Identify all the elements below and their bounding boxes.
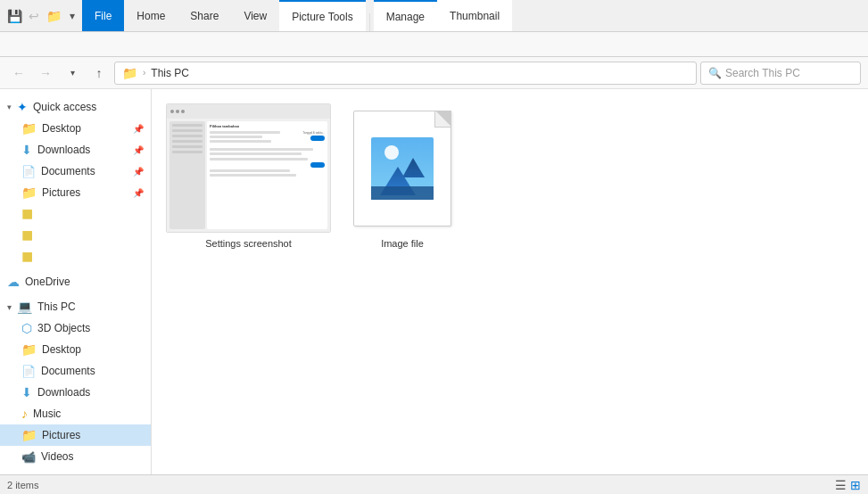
dropdown-button[interactable]: ▾: [61, 62, 84, 85]
this-pc-section: ▾ 💻 This PC ⬡ 3D Objects 📁 Desktop 📄 Doc…: [0, 296, 151, 467]
screenshot-label: Settings screenshot: [205, 238, 292, 249]
pictures-quick-label: Pictures: [42, 186, 80, 199]
cloud-icon: ☁: [7, 275, 20, 289]
tab-home[interactable]: Home: [124, 0, 178, 31]
dot3: [181, 110, 185, 113]
dot2: [176, 110, 179, 113]
sidebar-item-music[interactable]: ♪ Music: [0, 403, 151, 424]
expand-icon: ▾: [7, 103, 12, 111]
forward-button[interactable]: →: [34, 62, 57, 85]
content-area: Pilihan tambahan Tanggal & waktu...: [152, 89, 868, 494]
onedrive-label: OneDrive: [25, 276, 70, 288]
this-pc-expand-icon: ▾: [7, 302, 12, 312]
videos-label: Videos: [41, 450, 73, 463]
3d-objects-label: 3D Objects: [37, 322, 90, 334]
sidebar-extra-3[interactable]: ■: [0, 246, 151, 268]
extra-folder-1-icon: ■: [21, 204, 33, 224]
ribbon: [0, 32, 868, 57]
sidebar-item-downloads[interactable]: ⬇ Downloads 📌: [0, 139, 151, 161]
screenshot-main-mini: Pilihan tambahan Tanggal & waktu...: [207, 121, 327, 229]
documents-label: Documents: [41, 165, 95, 177]
tab-view[interactable]: View: [231, 0, 279, 31]
screenshot-header: [167, 104, 330, 119]
pc-icon: 💻: [17, 300, 32, 314]
tab-picture-tools[interactable]: Picture Tools: [279, 0, 365, 31]
tab-share[interactable]: Share: [178, 0, 231, 31]
3d-objects-icon: ⬡: [21, 321, 32, 335]
svg-rect-4: [371, 186, 434, 200]
sidebar-item-onedrive[interactable]: ☁ OneDrive: [0, 271, 151, 292]
sidebar-item-downloads-pc[interactable]: ⬇ Downloads: [0, 382, 151, 403]
screenshot-thumbnail: Pilihan tambahan Tanggal & waktu...: [166, 103, 331, 233]
search-placeholder: Search This PC: [725, 67, 800, 79]
quick-access-arrow[interactable]: ▾: [70, 10, 75, 22]
search-icon: 🔍: [708, 67, 722, 79]
undo-icon[interactable]: ↩: [27, 9, 41, 23]
address-bar[interactable]: 📁 › This PC: [114, 62, 697, 85]
address-folder-icon: 📁: [122, 66, 137, 80]
pin-icon-downloads: 📌: [133, 145, 144, 155]
tab-manage[interactable]: Manage: [374, 0, 437, 31]
status-bar: 2 items ☰ ⊞: [0, 474, 868, 494]
search-bar[interactable]: 🔍 Search This PC: [700, 62, 861, 85]
sidebar-item-3d-objects[interactable]: ⬡ 3D Objects: [0, 317, 151, 339]
file-corner: [434, 111, 451, 128]
tile-view-icon[interactable]: ⊞: [850, 478, 861, 492]
title-bar: 💾 ↩ 📁 ▾ File Home Share View Picture Too…: [0, 0, 868, 32]
sidebar-item-documents[interactable]: 📄 Documents 📌: [0, 161, 151, 182]
pin-icon-pictures: 📌: [133, 188, 144, 198]
sidebar-item-videos[interactable]: 📹 Videos: [0, 446, 151, 467]
folder-icon[interactable]: 📁: [46, 9, 61, 23]
pictures-icon: 📁: [21, 428, 37, 442]
tab-thumbnail[interactable]: Thumbnail: [437, 0, 512, 31]
save-icon[interactable]: 💾: [7, 9, 21, 23]
music-icon: ♪: [21, 407, 28, 421]
downloads-label: Downloads: [37, 144, 90, 156]
downloads-pc-icon: ⬇: [21, 385, 32, 399]
back-button[interactable]: ←: [7, 62, 30, 85]
main-layout: ▾ ✦ Quick access 📁 Desktop 📌 ⬇ Downloads…: [0, 89, 868, 494]
sidebar: ▾ ✦ Quick access 📁 Desktop 📌 ⬇ Downloads…: [0, 89, 152, 494]
sidebar-item-pictures-quick[interactable]: 📁 Pictures 📌: [0, 182, 151, 203]
file-item-image[interactable]: Image file: [349, 103, 456, 249]
this-pc-label: This PC: [37, 301, 76, 313]
title-bar-icons: 💾 ↩ 📁 ▾: [7, 9, 75, 23]
sidebar-extra-1[interactable]: ■: [0, 203, 151, 225]
music-label: Music: [33, 408, 61, 420]
dot1: [170, 110, 174, 113]
star-icon: ✦: [17, 100, 28, 114]
status-right: ☰ ⊞: [835, 478, 861, 492]
downloads-pc-label: Downloads: [37, 386, 90, 399]
desktop-pc-icon: 📁: [21, 342, 37, 357]
sidebar-item-quick-access[interactable]: ▾ ✦ Quick access: [0, 96, 151, 118]
pictures-quick-icon: 📁: [21, 185, 37, 200]
pictures-label: Pictures: [42, 429, 80, 441]
screenshot-body: Pilihan tambahan Tanggal & waktu...: [167, 119, 330, 232]
nav-bar: ← → ▾ ↑ 📁 › This PC 🔍 Search This PC: [0, 57, 868, 89]
sidebar-item-this-pc[interactable]: ▾ 💻 This PC: [0, 296, 151, 317]
videos-icon: 📹: [21, 450, 36, 464]
sidebar-item-desktop-pc[interactable]: 📁 Desktop: [0, 339, 151, 360]
pin-icon-documents: 📌: [133, 167, 144, 177]
svg-point-1: [384, 145, 399, 160]
up-button[interactable]: ↑: [87, 62, 111, 85]
tab-file[interactable]: File: [82, 0, 124, 31]
desktop-pc-label: Desktop: [42, 343, 81, 356]
sidebar-item-documents-pc[interactable]: 📄 Documents: [0, 360, 151, 382]
documents-pc-icon: 📄: [21, 365, 36, 378]
sidebar-item-pictures[interactable]: 📁 Pictures: [0, 424, 151, 446]
sidebar-extra-2[interactable]: ■: [0, 225, 151, 246]
file-item-screenshot[interactable]: Pilihan tambahan Tanggal & waktu...: [166, 103, 331, 249]
documents-icon: 📄: [21, 165, 36, 178]
image-label: Image file: [381, 238, 424, 249]
downloads-icon: ⬇: [21, 143, 32, 157]
image-file-icon: [349, 103, 456, 233]
list-view-icon[interactable]: ☰: [835, 478, 847, 492]
items-count: 2 items: [7, 480, 38, 490]
pin-icon-desktop: 📌: [133, 124, 144, 134]
extra-folder-2-icon: ■: [21, 226, 33, 245]
desktop-folder-icon: 📁: [21, 121, 37, 136]
sidebar-item-desktop[interactable]: 📁 Desktop 📌: [0, 118, 151, 139]
screenshot-sidebar-mini: [169, 121, 205, 229]
file-page: [353, 111, 451, 226]
